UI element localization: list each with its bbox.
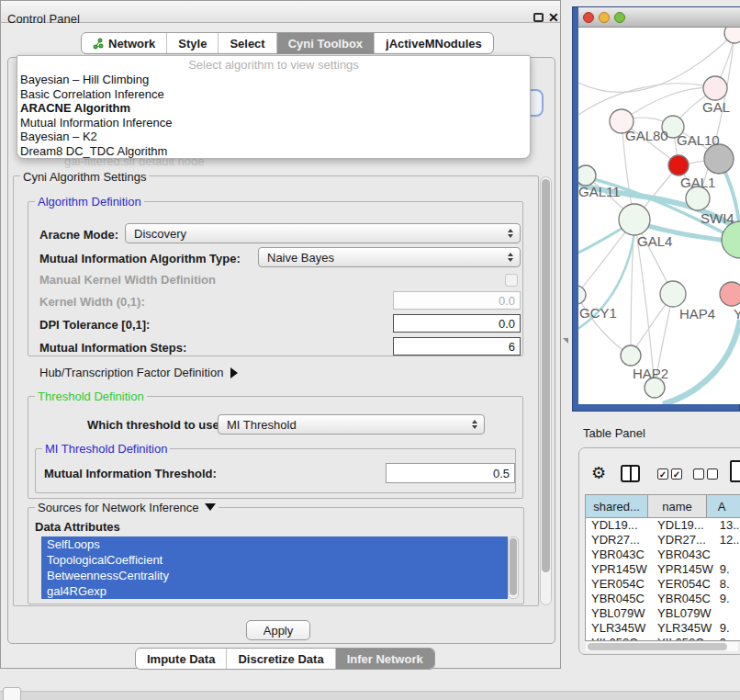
apply-button[interactable]: Apply bbox=[246, 620, 310, 640]
unchecked-checkbox-icon[interactable] bbox=[707, 469, 718, 480]
gear-icon[interactable]: ⚙ bbox=[591, 463, 606, 483]
splitter-handle[interactable] bbox=[563, 338, 568, 344]
dropdown-item-selected[interactable]: ARACNE Algorithm bbox=[17, 101, 530, 116]
mi-threshold-label: Mutual Information Threshold: bbox=[44, 467, 217, 480]
attribute-item-selected[interactable]: BetweennessCentrality bbox=[41, 568, 508, 583]
kernel-width-field[interactable]: 0.0 bbox=[393, 291, 521, 310]
tab-cyni-toolbox[interactable]: Cyni Toolbox bbox=[276, 33, 374, 53]
tab-select[interactable]: Select bbox=[218, 33, 275, 53]
document-icon[interactable] bbox=[730, 460, 740, 482]
sources-legend-label: Sources for Network Inference bbox=[38, 501, 199, 514]
aracne-mode-select[interactable]: Discovery bbox=[125, 223, 521, 243]
bottom-status-strip bbox=[0, 691, 740, 700]
which-threshold-select[interactable]: MI Threshold bbox=[218, 414, 485, 435]
settings-scrollbar-thumb[interactable] bbox=[542, 179, 550, 572]
window-close-icon[interactable] bbox=[584, 13, 594, 23]
hub-factor-section[interactable]: Hub/Transcription Factor Definition bbox=[39, 366, 238, 379]
tab-impute-data[interactable]: Impute Data bbox=[136, 649, 226, 669]
table-row[interactable]: YBL079WYBL079W bbox=[586, 606, 740, 621]
settings-scrollbar[interactable] bbox=[540, 176, 552, 605]
table-horizontal-scrollbar[interactable] bbox=[586, 642, 738, 651]
sources-legend[interactable]: Sources for Network Inference bbox=[35, 501, 219, 514]
table-row[interactable]: YPR145WYPR145W9. bbox=[586, 562, 740, 577]
attribute-item-selected[interactable]: TopologicalCoefficient bbox=[41, 552, 508, 568]
collapsed-panel-icon[interactable] bbox=[3, 687, 21, 700]
table-row[interactable]: YDL19...YDL19...13... bbox=[586, 518, 740, 533]
checked-checkbox-icon[interactable]: ✓ bbox=[671, 469, 682, 480]
node-HAP4[interactable] bbox=[660, 281, 686, 307]
split-columns-icon[interactable] bbox=[621, 465, 640, 482]
table-row[interactable]: YBR043CYBR043C bbox=[586, 548, 740, 562]
dropdown-item[interactable]: Mutual Information Inference bbox=[17, 116, 530, 130]
dropdown-placeholder: Select algorithm to view settings bbox=[17, 57, 530, 73]
tab-network[interactable]: Network bbox=[82, 33, 166, 53]
node-table-body: YDL19...YDL19...13... YDR27...YDR27...12… bbox=[586, 518, 740, 640]
attribute-item-selected[interactable]: SelfLoops bbox=[41, 536, 508, 552]
tab-style[interactable]: Style bbox=[166, 33, 218, 53]
mi-threshold-field[interactable]: 0.5 bbox=[386, 463, 515, 483]
node-GAL1[interactable] bbox=[668, 155, 689, 175]
node-GAL11[interactable] bbox=[578, 165, 596, 186]
column-header-truncated[interactable]: A bbox=[707, 495, 740, 517]
node-label: SWI4 bbox=[701, 210, 734, 226]
manual-kernel-label: Manual Kernel Width Definition bbox=[39, 273, 216, 287]
node-label: HAP4 bbox=[679, 306, 715, 322]
table-scrollbar-thumb[interactable] bbox=[588, 643, 727, 650]
spinner-icon bbox=[472, 420, 477, 429]
table-row[interactable]: YBR045CYBR045C9. bbox=[586, 592, 740, 606]
mi-type-value: Naive Bayes bbox=[267, 251, 334, 265]
threshold-definition-legend: Threshold Definition bbox=[35, 390, 147, 403]
node-unlabeled-green[interactable] bbox=[722, 221, 740, 258]
close-icon[interactable]: ✕ bbox=[548, 10, 559, 25]
data-attributes-list: SelfLoops TopologicalCoefficient Between… bbox=[41, 536, 508, 599]
table-row[interactable]: YIL052CYIL052C9 bbox=[586, 636, 740, 640]
algorithm-definition-legend: Algorithm Definition bbox=[35, 195, 144, 209]
column-header-shared-name[interactable]: shared... bbox=[586, 495, 648, 517]
data-attributes-label: Data Attributes bbox=[35, 520, 120, 534]
table-row[interactable]: YER054CYER054C8. bbox=[586, 577, 740, 592]
manual-kernel-checkbox[interactable] bbox=[505, 274, 518, 287]
mi-steps-field[interactable]: 6 bbox=[393, 337, 521, 356]
dpi-tolerance-field[interactable]: 0.0 bbox=[393, 314, 521, 333]
column-header-name[interactable]: name bbox=[648, 495, 707, 517]
attributes-scrollbar-thumb[interactable] bbox=[510, 538, 517, 595]
network-canvas[interactable]: GAL GAL80 GAL10 GAL1 GAL11 SWI4 GAL4 GCY… bbox=[578, 28, 740, 404]
node-label: GAL1 bbox=[680, 175, 715, 190]
tab-jactivemnodules[interactable]: jActiveMNodules bbox=[374, 33, 493, 53]
control-panel-title: Control Panel bbox=[7, 12, 80, 26]
node-Y[interactable] bbox=[720, 282, 740, 306]
node-table-header: shared... name A bbox=[586, 495, 740, 518]
node-label: GAL10 bbox=[677, 132, 720, 148]
dropdown-item[interactable]: Bayesian – Hill Climbing bbox=[17, 73, 530, 87]
spinner-icon bbox=[508, 229, 513, 238]
cyni-settings-legend: Cyni Algorithm Settings bbox=[20, 170, 149, 184]
which-threshold-label: Which threshold to use: bbox=[87, 418, 223, 432]
spinner-icon bbox=[508, 253, 513, 262]
mi-type-select[interactable]: Naive Bayes bbox=[258, 247, 521, 267]
float-window-icon[interactable] bbox=[533, 13, 544, 22]
dropdown-item[interactable]: Basic Correlation Inference bbox=[17, 87, 530, 102]
dropdown-item[interactable]: Dream8 DC_TDC Algorithm bbox=[17, 144, 530, 159]
node-label: HAP2 bbox=[633, 366, 668, 381]
dropdown-item[interactable]: Bayesian – K2 bbox=[17, 130, 530, 144]
node-GAL7[interactable] bbox=[703, 76, 727, 100]
node-GAL4[interactable] bbox=[619, 204, 650, 235]
node-unlabeled-gray[interactable] bbox=[704, 144, 734, 174]
node-GCY1[interactable] bbox=[578, 286, 586, 304]
traffic-lights bbox=[582, 11, 628, 24]
attributes-scrollbar[interactable] bbox=[508, 536, 519, 599]
control-panel-titlebar[interactable] bbox=[0, 0, 561, 23]
window-minimize-icon[interactable] bbox=[600, 13, 610, 23]
tab-infer-network[interactable]: Infer Network bbox=[335, 649, 434, 669]
table-row[interactable]: YLR345WYLR345W9. bbox=[586, 621, 740, 636]
mi-steps-label: Mutual Information Steps: bbox=[39, 341, 186, 355]
node-label: GAL80 bbox=[625, 128, 668, 143]
tab-discretize-data[interactable]: Discretize Data bbox=[226, 649, 334, 669]
attribute-item-selected[interactable]: gal4RGexp bbox=[41, 583, 508, 599]
table-row[interactable]: YDR27...YDR27...12... bbox=[586, 533, 740, 548]
checked-checkbox-icon[interactable]: ✓ bbox=[657, 469, 668, 480]
node-label: GCY1 bbox=[579, 305, 617, 321]
window-zoom-icon[interactable] bbox=[615, 13, 625, 23]
unchecked-checkbox-icon[interactable] bbox=[693, 469, 704, 480]
node-HAP2[interactable] bbox=[621, 345, 641, 366]
